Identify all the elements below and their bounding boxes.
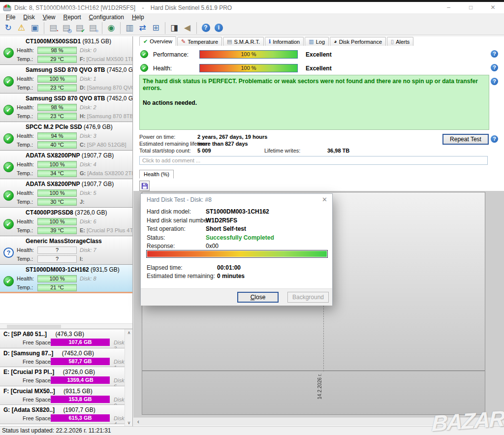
disk-status-icon xyxy=(3,105,14,115)
dialog-row-label: Test operation: xyxy=(147,225,186,232)
chart-hscrollbar[interactable]: ‹ › xyxy=(133,417,504,426)
drive-letter: G: [Adata SX8200 2TB 2] xyxy=(80,170,133,176)
menu-item[interactable]: Disk xyxy=(19,14,38,21)
partition-drive: F: [Crucial MX50..] xyxy=(3,388,55,395)
Samsung SSD 870 QVO 8TB[interactable]: Samsung SSD 870 QVO 8TB (7452,0 GB) Heal… xyxy=(0,93,132,122)
disk-clock-icon[interactable]: ▤ ◷ xyxy=(60,22,73,34)
scroll-left-icon[interactable]: ‹ xyxy=(134,418,142,426)
tab-temperature[interactable]: ✎ Temperature xyxy=(177,37,222,46)
ADATA SX8200PNP[interactable]: ADATA SX8200PNP (1907,7 GB) Health: 100 … xyxy=(0,151,132,179)
status-text: The hard disk status is PERFECT. Problem… xyxy=(143,78,486,92)
partition-list-item[interactable]: D: [Samsung 87..] (7452,0 GB) Free Space… xyxy=(0,348,125,368)
info-icon[interactable]: i xyxy=(212,22,225,34)
monitor-pen-icon[interactable]: ◨ xyxy=(165,22,181,34)
disk-name: SPCC M.2 PCIe SSD xyxy=(26,124,82,130)
dialog-row-value: ST1000DM003-1CH162 xyxy=(206,208,269,215)
disk-name: Samsung SSD 870 QVO 8TB xyxy=(26,95,105,102)
dialog-close-icon[interactable]: ✕ xyxy=(322,196,327,203)
drive-letter: F: [Crucial MX500 1TB] xyxy=(80,56,133,62)
chart-date-tick-label: 14.2.2026 г. xyxy=(317,373,325,406)
tab-smart[interactable]: ▤ S.M.A.R.T. xyxy=(223,37,264,46)
Generic MassStorageClass[interactable]: Generic MassStorageClass Health: ? Disk:… xyxy=(0,236,132,265)
menu-item[interactable]: Configuration xyxy=(85,14,128,21)
menu-item[interactable]: File xyxy=(2,14,19,21)
CT4000P3PSSD8[interactable]: CT4000P3PSSD8 (3726,0 GB) Health: 100 % … xyxy=(0,208,132,236)
scroll-right-icon[interactable]: › xyxy=(495,418,503,426)
disk-status-icon xyxy=(3,248,14,258)
report-icon[interactable]: ▥ xyxy=(120,22,136,34)
disk-overview-icon[interactable]: ▣ xyxy=(28,22,41,34)
temp-bar: 40 °C xyxy=(37,141,77,149)
partition-list-item[interactable]: G: [Adata SX820..] (1907,7 GB) Free Spac… xyxy=(0,405,125,424)
SPCC M.2 PCIe SSD[interactable]: SPCC M.2 PCIe SSD (476,9 GB) Health: 94 … xyxy=(0,122,132,151)
temp-bar: 29 °C xyxy=(37,56,77,63)
temp-label: Temp.: xyxy=(17,142,33,148)
close-button[interactable]: ✕ xyxy=(482,2,504,13)
ST1000DM003-1CH162[interactable]: ST1000DM003-1CH162 (931,5 GB) Health: 10… xyxy=(0,265,132,293)
network-computers-icon[interactable]: ⊞ xyxy=(149,22,162,34)
disk-number: Disk: 4 xyxy=(80,161,96,167)
disk-size: (931,5 GB) xyxy=(82,38,111,45)
partition-scrollbar[interactable]: ∧ ∨ xyxy=(125,329,132,426)
partition-drive: G: [Adata SX820..] xyxy=(3,406,55,413)
Samsung SSD 870 QVO 8TB[interactable]: Samsung SSD 870 QVO 8TB (7452,0 GB) Heal… xyxy=(0,65,132,93)
partition-list-item[interactable]: F: [Crucial MX50..] (931,5 GB) Free Spac… xyxy=(0,386,125,405)
network-drives-icon[interactable]: ◉ xyxy=(102,22,118,34)
partition-list-item[interactable]: E: [Crucial P3 Pl..] (3726,0 GB) Free Sp… xyxy=(0,367,125,386)
sync-icon[interactable]: ⇄ xyxy=(136,22,149,34)
partition-size: (1907,7 GB) xyxy=(63,406,95,413)
repeat-test-button[interactable]: Repeat Test xyxy=(443,134,488,144)
disk-gauge-icon[interactable]: ▤ ◔ xyxy=(44,22,60,34)
health-bar: 94 % xyxy=(37,132,77,140)
metric-rating: Excellent xyxy=(306,65,332,72)
temp-label: Temp.: xyxy=(17,256,33,262)
speaker-icon[interactable]: ◀ xyxy=(181,22,194,34)
disk-number: Disk: 7 xyxy=(80,247,96,253)
disk-search-icon[interactable]: ▤ ○ xyxy=(86,22,99,34)
help-icon[interactable] xyxy=(491,78,498,85)
tab-overview[interactable]: ✔ Overview xyxy=(139,36,176,46)
partition-list-item[interactable]: C: [SP A80 51..] (476,3 GB) Free Space 1… xyxy=(0,329,125,348)
comment-input[interactable] xyxy=(139,156,488,165)
CT1000MX500SSD1[interactable]: CT1000MX500SSD1 (931,5 GB) Health: 98 % … xyxy=(0,36,132,65)
health-bar: 100 % xyxy=(37,189,77,197)
refresh-icon[interactable]: ↻ xyxy=(1,22,15,34)
help-icon[interactable]: ? xyxy=(196,22,212,34)
tab-alerts[interactable]: ▯ Alerts xyxy=(387,37,413,46)
help-icon[interactable] xyxy=(491,50,498,58)
health-chart-tab[interactable]: Health (%) xyxy=(139,170,174,179)
metric-rating: Excellent xyxy=(306,51,332,58)
close-test-button[interactable]: Close xyxy=(237,292,279,303)
overview-row: Health: 100 % Excellent xyxy=(133,62,504,76)
drive-letter: E: [Crucial P3 Plus 4TB] xyxy=(80,227,133,233)
tab-disk-performance[interactable]: ◕ Disk Performance xyxy=(330,37,386,46)
dialog-row-value: 0x00 xyxy=(206,243,219,249)
scroll-up-icon[interactable]: ∧ xyxy=(125,330,133,335)
test-progress-bar xyxy=(146,250,328,258)
tab-log[interactable]: ▥ Log xyxy=(305,37,329,46)
tab-information[interactable]: ℹ Information xyxy=(265,37,304,46)
maximize-button[interactable]: □ xyxy=(460,2,482,13)
temp-label: Temp.: xyxy=(17,284,33,290)
health-label: Health: xyxy=(17,76,34,82)
disk-list-hscrollbar[interactable] xyxy=(0,323,132,329)
background-button[interactable]: Background xyxy=(287,292,329,303)
disk-name: ST1000DM003-1CH162 xyxy=(26,266,89,273)
disk-check-icon[interactable]: ▤ ✔ xyxy=(73,22,86,34)
help-icon[interactable] xyxy=(491,64,498,71)
partition-drive: E: [Crucial P3 Pl..] xyxy=(3,369,54,375)
menu-item[interactable]: Report xyxy=(60,14,85,21)
disk-name: Generic MassStorageClass xyxy=(26,238,102,245)
ADATA SX8200PNP[interactable]: ADATA SX8200PNP (1907,7 GB) Health: 100 … xyxy=(0,179,132,208)
titlebar: Disk: 8, ST1000DM003-1CH162 [W1D2R5FS] -… xyxy=(0,2,504,13)
temp-bar: 39 °C xyxy=(37,227,77,234)
save-chart-button[interactable] xyxy=(139,181,150,191)
drive-letter: H: [Samsung 870 8TB] xyxy=(80,113,133,119)
menu-item[interactable]: Help xyxy=(128,14,148,21)
disk-name: CT4000P3PSSD8 xyxy=(26,209,73,216)
tab-label: Overview xyxy=(150,38,172,44)
scroll-down-icon[interactable]: ∨ xyxy=(125,420,133,425)
minimize-button[interactable]: – xyxy=(438,2,460,13)
warning-icon[interactable]: ⚠ xyxy=(15,22,28,34)
menu-item[interactable]: View xyxy=(39,14,60,21)
